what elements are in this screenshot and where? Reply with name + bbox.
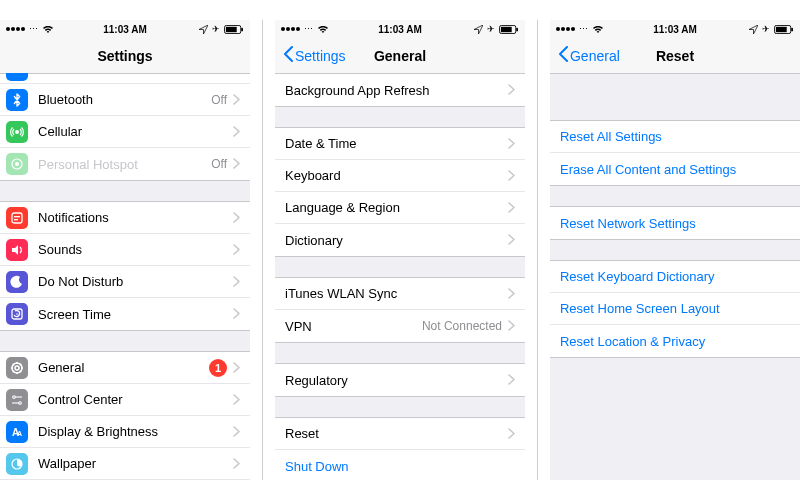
group-connectivity: BluetoothOffCellularPersonal HotspotOff [0, 74, 250, 181]
list-row[interactable]: Date & Time [275, 128, 525, 160]
group-bgrefresh: Background App Refresh [275, 74, 525, 107]
badge: 1 [209, 359, 227, 377]
app-icon [6, 73, 28, 81]
carrier-icon: ⋯ [29, 24, 38, 34]
svg-point-4 [15, 162, 19, 166]
signal-icon [6, 27, 25, 31]
svg-point-13 [13, 395, 16, 398]
list-row[interactable]: iTunes WLAN Sync [275, 278, 525, 310]
list-row[interactable]: Notifications [0, 202, 250, 234]
list-row[interactable]: Reset All Settings [550, 121, 800, 153]
row-label: Reset Keyboard Dictionary [560, 269, 790, 284]
chevron-right-icon [233, 393, 240, 407]
carrier-icon: ⋯ [579, 24, 588, 34]
row-label: Sounds [38, 242, 233, 257]
back-label: General [570, 48, 620, 64]
list-row[interactable]: Sounds [0, 234, 250, 266]
list-row[interactable]: Reset Keyboard Dictionary [550, 261, 800, 293]
list-row[interactable]: Reset Home Screen Layout [550, 293, 800, 325]
chevron-right-icon [233, 361, 240, 375]
group-regulatory: Regulatory [275, 363, 525, 397]
row-detail: Off [211, 93, 227, 107]
list-row[interactable]: Cellular [0, 116, 250, 148]
row-label: Date & Time [285, 136, 508, 151]
svg-rect-6 [12, 213, 22, 223]
wifi-icon [42, 25, 54, 34]
plane-icon: ✈ [212, 24, 220, 34]
back-label: Settings [295, 48, 346, 64]
list-row[interactable]: Wallpaper [0, 448, 250, 480]
list-row[interactable]: Personal HotspotOff [0, 148, 250, 180]
list-row[interactable]: AADisplay & Brightness [0, 416, 250, 448]
nav-header: General Reset [550, 38, 800, 74]
svg-point-3 [15, 130, 19, 134]
list-row[interactable]: Dictionary [275, 224, 525, 256]
chevron-right-icon [508, 287, 515, 301]
chevron-right-icon [233, 307, 240, 321]
chevron-right-icon [508, 427, 515, 441]
chevron-right-icon [233, 457, 240, 471]
list-row[interactable]: Reset Location & Privacy [550, 325, 800, 357]
chevron-right-icon [233, 275, 240, 289]
svg-rect-7 [14, 216, 20, 217]
list-row[interactable]: Control Center [0, 384, 250, 416]
list-row[interactable]: Reset Network Settings [550, 207, 800, 239]
group-reset-network: Reset Network Settings [550, 206, 800, 240]
chevron-right-icon [508, 373, 515, 387]
row-detail: Off [211, 157, 227, 171]
chevron-right-icon [508, 137, 515, 151]
battery-icon [499, 25, 519, 34]
chevron-right-icon [508, 83, 515, 97]
row-label: Reset Network Settings [560, 216, 790, 231]
notifications-icon [6, 207, 28, 229]
row-label: Control Center [38, 392, 233, 407]
row-label: Reset [285, 426, 508, 441]
list-row[interactable]: General1 [0, 352, 250, 384]
battery-icon [774, 25, 794, 34]
row-label: Language & Region [285, 200, 508, 215]
back-button[interactable]: Settings [283, 46, 346, 65]
signal-icon [281, 27, 300, 31]
location-icon [199, 25, 208, 34]
row-label: Reset All Settings [560, 129, 790, 144]
list-row[interactable]: Background App Refresh [275, 74, 525, 106]
list-row[interactable]: Screen Time [0, 298, 250, 330]
signal-icon [556, 27, 575, 31]
group-datetime: Date & TimeKeyboardLanguage & RegionDict… [275, 127, 525, 257]
row-label: Bluetooth [38, 92, 211, 107]
row-label: Personal Hotspot [38, 157, 211, 172]
hotspot-icon [6, 153, 28, 175]
chevron-right-icon [233, 125, 240, 139]
row-label: General [38, 360, 209, 375]
wifi-icon [592, 25, 604, 34]
chevron-right-icon [508, 169, 515, 183]
status-bar: ⋯ 11:03 AM ✈ [275, 20, 525, 38]
list-row[interactable]: Shut Down [275, 450, 525, 480]
display-icon: AA [6, 421, 28, 443]
phone-reset: ⋯ 11:03 AM ✈ General [550, 20, 800, 480]
list-row[interactable]: Reset [275, 418, 525, 450]
nav-header: Settings General [275, 38, 525, 74]
phone-settings: ⋯ 11:03 AM ✈ Settings [0, 20, 250, 480]
list-row[interactable]: Regulatory [275, 364, 525, 396]
chevron-right-icon [233, 425, 240, 439]
plane-icon: ✈ [762, 24, 770, 34]
list-row[interactable]: Language & Region [275, 192, 525, 224]
svg-rect-24 [776, 26, 787, 31]
list-row[interactable]: BluetoothOff [0, 84, 250, 116]
row-label: Background App Refresh [285, 83, 508, 98]
list-row[interactable]: Do Not Disturb [0, 266, 250, 298]
svg-point-12 [15, 366, 19, 370]
back-button[interactable]: General [558, 46, 620, 65]
chevron-right-icon [233, 157, 240, 171]
row-peek[interactable] [0, 74, 250, 84]
row-label: VPN [285, 319, 422, 334]
list-row[interactable]: Keyboard [275, 160, 525, 192]
row-label: Display & Brightness [38, 424, 233, 439]
list-row[interactable]: VPNNot Connected [275, 310, 525, 342]
svg-rect-22 [516, 27, 518, 31]
list-row[interactable]: Erase All Content and Settings [550, 153, 800, 185]
plane-icon: ✈ [487, 24, 495, 34]
dnd-icon [6, 271, 28, 293]
battery-icon [224, 25, 244, 34]
